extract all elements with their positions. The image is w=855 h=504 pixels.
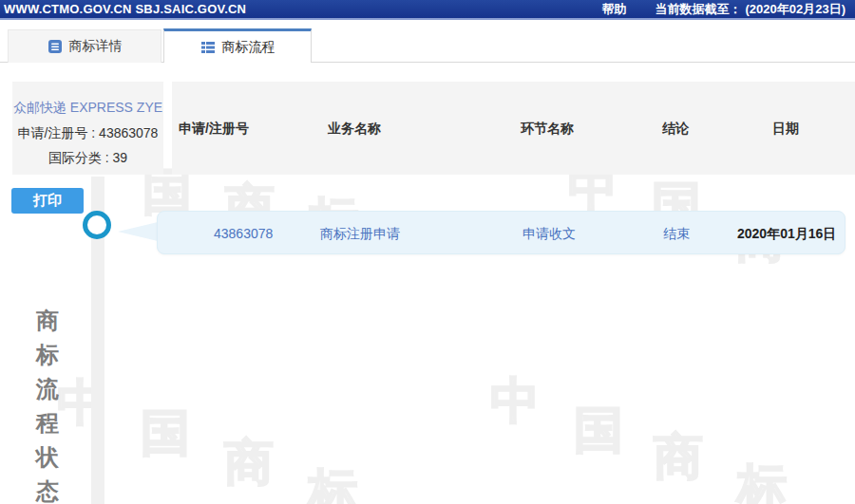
header-reg-no: 申请/注册号 (179, 82, 249, 175)
tab-flow-label: 商标流程 (222, 39, 276, 56)
trademark-info-panel: 众邮快递 EXPRESS ZYE 申请/注册号 : 43863078 国际分类 … (12, 82, 163, 175)
site-title: WWW.CTMO.GOV.CN SBJ.SAIC.GOV.CN (0, 2, 246, 16)
vertical-page-title: 商标流程状态 (34, 304, 61, 504)
table-header-row: 申请/注册号 业务名称 环节名称 结论 日期 (172, 82, 855, 175)
timeline-node-circle (83, 211, 111, 239)
cell-conclusion: 结束 (663, 212, 690, 255)
cell-date: 2020年01月16日 (737, 212, 836, 255)
row-bubble-arrow (118, 222, 158, 241)
tab-trademark-flow[interactable]: 商标流程 (163, 28, 312, 63)
tab-bar: 商标详情 商标流程 (0, 29, 855, 63)
tab-trademark-detail[interactable]: 商标详情 (8, 29, 162, 63)
header-business-name: 业务名称 (328, 82, 381, 175)
trademark-flow-page: 国商标中国商中国商标中国商标 WWW.CTMO.GOV.CN SBJ.SAIC.… (0, 0, 855, 504)
print-button[interactable]: 打印 (11, 188, 84, 214)
header-date: 日期 (772, 82, 799, 175)
international-class-line: 国际分类 : 39 (12, 150, 163, 167)
registration-number-line: 申请/注册号 : 43863078 (12, 125, 163, 142)
help-link[interactable]: 帮助 (602, 1, 627, 18)
watermark-glyph: 中 (490, 376, 540, 425)
watermark-glyph: 国 (141, 408, 190, 457)
cell-business-name: 商标注册申请 (320, 212, 400, 255)
data-asof-value: (2020年02月23日) (746, 1, 846, 18)
top-bar: WWW.CTMO.GOV.CN SBJ.SAIC.GOV.CN 帮助 当前数据截… (0, 0, 855, 20)
tab-detail-label: 商标详情 (69, 38, 123, 55)
trademark-name: 众邮快递 EXPRESS ZYE (12, 100, 163, 117)
table-row: 43863078 商标注册申请 申请收文 结束 2020年01月16日 (157, 211, 846, 254)
header-conclusion: 结论 (662, 82, 689, 175)
watermark-glyph: 商 (654, 432, 703, 481)
cell-step-name: 申请收文 (522, 212, 576, 255)
data-asof-label: 当前数据截至： (656, 1, 742, 18)
watermark-glyph: 国 (574, 405, 623, 455)
watermark-glyph: 商 (224, 438, 274, 487)
cell-reg-no: 43863078 (214, 212, 273, 255)
list-icon (200, 40, 216, 55)
watermark-glyph: 标 (737, 462, 787, 504)
header-step-name: 环节名称 (521, 82, 574, 175)
watermark-glyph: 标 (308, 467, 357, 504)
document-icon (48, 39, 63, 54)
